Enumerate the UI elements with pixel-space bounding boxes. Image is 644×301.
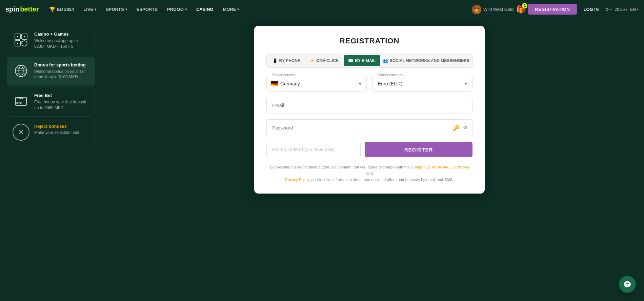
- logo[interactable]: spin better: [5, 5, 39, 13]
- chat-icon: [623, 280, 631, 288]
- wild-west-game-icon: 🤠: [472, 5, 481, 14]
- login-button[interactable]: LOG IN: [580, 4, 603, 15]
- nav-sports[interactable]: SPORTS ▾: [102, 5, 130, 14]
- country-select[interactable]: Germany: [266, 76, 367, 92]
- currency-select[interactable]: Euro (EUR): [372, 76, 472, 92]
- chevron-down-icon: ▾: [125, 7, 127, 11]
- email-icon: ✉️: [348, 58, 353, 63]
- email-field-container: [266, 97, 472, 114]
- password-input[interactable]: [266, 119, 472, 136]
- gear-icon: ⚙: [605, 7, 609, 12]
- logo-spin: spin: [5, 5, 19, 13]
- main-content: Casino + Games Welcome package up to 923…: [0, 19, 644, 301]
- svg-point-6: [17, 43, 18, 44]
- privacy-link[interactable]: Privacy Policy: [285, 178, 309, 182]
- country-currency-row: Select country 🇩🇪 Germany Select currenc…: [266, 76, 472, 92]
- registration-tabs: 📱 BY PHONE ⚡ ONE-CLICK ✉️ BY E-MAIL 👥 SO…: [266, 54, 472, 68]
- lightning-icon: ⚡: [309, 58, 315, 63]
- language-selector[interactable]: EN ▾: [630, 7, 639, 12]
- sports-betting-desc: Welcome bonus on your 1st deposit up to …: [34, 69, 89, 80]
- chevron-down-icon: ▾: [185, 7, 187, 11]
- social-icon: 👥: [383, 58, 388, 63]
- register-button[interactable]: REGISTRATION: [528, 4, 577, 15]
- country-group: Select country 🇩🇪 Germany: [266, 76, 367, 92]
- password-icons: 🔑 👁: [453, 125, 468, 131]
- svg-point-5: [24, 36, 25, 37]
- gift-badge: 1: [522, 3, 527, 8]
- free-bet-desc: Free bet on your first deposit up to 696…: [34, 99, 89, 111]
- promo-code-input[interactable]: [266, 142, 361, 157]
- sports-betting-text: Bonus for sports betting Welcome bonus o…: [34, 62, 89, 80]
- nav-promo[interactable]: PROMO ▾: [164, 5, 190, 14]
- nav-wild-west[interactable]: 🤠 Wild West Gold: [472, 5, 514, 14]
- chevron-down-icon: ▾: [626, 7, 627, 11]
- registration-modal: REGISTRATION 📱 BY PHONE ⚡ ONE-CLICK ✉️ B…: [254, 26, 485, 194]
- gift-button[interactable]: 🎁 1: [516, 5, 525, 14]
- free-bet-icon: FREE RISK: [13, 93, 29, 110]
- svg-text:RISK: RISK: [16, 102, 22, 104]
- registration-panel: REGISTRATION 📱 BY PHONE ⚡ ONE-CLICK ✉️ B…: [95, 19, 644, 301]
- nav-esports[interactable]: ESPORTS: [133, 5, 161, 14]
- trophy-icon: 🏆: [49, 6, 56, 13]
- registration-title: REGISTRATION: [266, 37, 472, 45]
- free-bet-title: Free Bet: [34, 93, 89, 98]
- free-bet-text: Free Bet Free bet on your first deposit …: [34, 93, 89, 111]
- nav-casino[interactable]: CASINO: [193, 5, 217, 14]
- reject-bonuses-card[interactable]: ✕ Reject bonuses Make your selection lat…: [7, 118, 95, 146]
- password-wrapper: 🔑 👁: [266, 119, 472, 136]
- key-icon[interactable]: 🔑: [453, 125, 460, 131]
- currency-group: Select currency Euro (EUR): [372, 76, 472, 92]
- terms-link[interactable]: Company's Terms and Conditions: [411, 165, 469, 169]
- reject-title: Reject bonuses: [34, 124, 79, 129]
- logo-better: better: [20, 5, 39, 13]
- casino-games-icon: [13, 32, 29, 48]
- svg-text:FREE: FREE: [17, 97, 23, 99]
- bonus-panel: Casino + Games Welcome package up to 923…: [0, 19, 95, 301]
- sports-betting-title: Bonus for sports betting: [34, 62, 89, 67]
- casino-games-text: Casino + Games Welcome package up to 923…: [34, 32, 89, 49]
- promo-register-row: REGISTER: [266, 142, 472, 157]
- reject-desc: Make your selection later: [34, 130, 79, 135]
- casino-games-desc: Welcome package up to 92304 MKD + 150 FS: [34, 38, 89, 49]
- phone-icon: 📱: [273, 58, 278, 63]
- register-main-button[interactable]: REGISTER: [365, 142, 472, 157]
- chevron-down-icon: ▾: [637, 7, 639, 11]
- nav-live[interactable]: LIVE ▾: [80, 5, 100, 14]
- chevron-down-icon: ▾: [610, 7, 612, 11]
- navbar: spin better 🏆 EU 2024 LIVE ▾ SPORTS ▾ ES…: [0, 0, 644, 19]
- sports-betting-icon: [13, 62, 29, 79]
- currency-select-wrapper: Euro (EUR): [372, 76, 472, 92]
- bonus-sports-betting[interactable]: Bonus for sports betting Welcome bonus o…: [7, 57, 95, 86]
- eye-icon[interactable]: 👁: [463, 125, 468, 131]
- settings-button[interactable]: ⚙ ▾: [605, 7, 612, 12]
- legal-text: By pressing the registration button, you…: [266, 164, 472, 183]
- promo-input-container: [266, 142, 361, 157]
- chevron-down-icon: ▾: [95, 7, 96, 11]
- chat-button[interactable]: [619, 276, 636, 293]
- time-display[interactable]: 20:26 ▾: [615, 7, 627, 12]
- nav-eu2024[interactable]: 🏆 EU 2024: [46, 4, 78, 15]
- chevron-down-icon: ▾: [237, 7, 239, 11]
- svg-point-3: [22, 41, 27, 46]
- nav-more[interactable]: MORE ▾: [219, 5, 242, 14]
- reject-text: Reject bonuses Make your selection later: [34, 124, 79, 135]
- reject-icon: ✕: [13, 124, 29, 141]
- x-icon: ✕: [18, 128, 24, 137]
- tab-email[interactable]: ✉️ BY E-MAIL: [344, 55, 380, 66]
- bonus-free-bet[interactable]: FREE RISK Free Bet Free bet on your firs…: [7, 87, 95, 117]
- tab-one-click[interactable]: ⚡ ONE-CLICK: [306, 55, 343, 66]
- casino-games-title: Casino + Games: [34, 32, 89, 37]
- password-field-container: 🔑 👁: [266, 119, 472, 136]
- bonus-casino-games[interactable]: Casino + Games Welcome package up to 923…: [7, 26, 95, 55]
- country-select-wrapper: 🇩🇪 Germany: [266, 76, 367, 92]
- tab-phone[interactable]: 📱 BY PHONE: [268, 55, 305, 66]
- tab-social[interactable]: 👥 SOCIAL NETWORKS AND MESSENGERS: [382, 55, 471, 66]
- svg-point-4: [17, 36, 18, 37]
- email-input[interactable]: [266, 97, 472, 114]
